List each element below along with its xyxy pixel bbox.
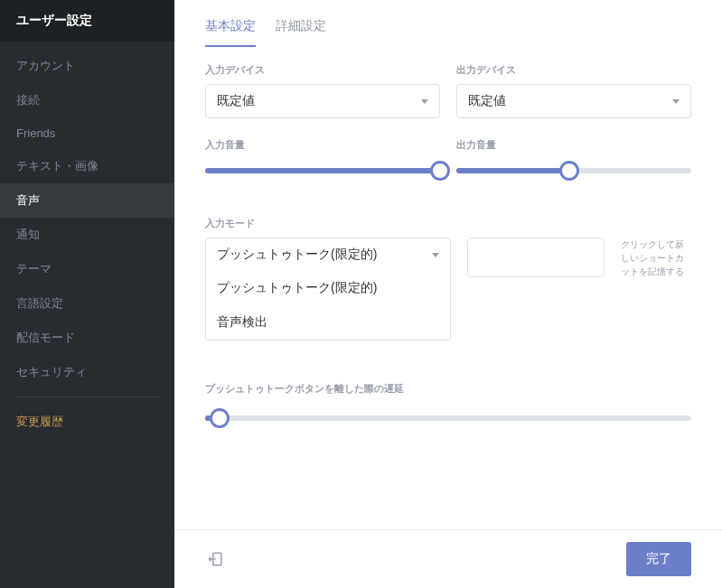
output-volume-field: 出力音量 [456,138,691,181]
settings-sidebar: ユーザー設定 アカウント 接続 Friends テキスト・画像 音声 通知 テー… [0,0,174,588]
sidebar-item-streamer-mode[interactable]: 配信モード [0,321,174,355]
sidebar-item-account[interactable]: アカウント [0,49,174,83]
input-mode-label: 入力モード [205,217,691,230]
output-device-label: 出力デバイス [456,63,691,77]
slider-track [205,415,691,421]
input-volume-slider[interactable] [205,161,440,181]
settings-main: 基本設定 詳細設定 入力デバイス 既定値 出力デバイス 既定値 [174,0,722,588]
sidebar-item-text-images[interactable]: テキスト・画像 [0,149,174,183]
settings-footer: 完了 [174,529,722,588]
device-row: 入力デバイス 既定値 出力デバイス 既定値 [205,63,691,118]
sidebar-item-language[interactable]: 言語設定 [0,286,174,321]
input-volume-field: 入力音量 [205,138,440,181]
ptt-shortcut-hint: クリックして新しいショートカットを記憶する [621,238,691,278]
input-mode-option-voice-activity[interactable]: 音声検出 [206,305,450,340]
input-mode-value: プッシュトゥトーク(限定的) [217,247,432,263]
sidebar-item-voice[interactable]: 音声 [0,183,174,218]
back-button[interactable] [205,549,225,569]
input-device-value: 既定値 [217,93,421,109]
input-volume-label: 入力音量 [205,138,440,152]
slider-thumb[interactable] [210,408,230,428]
input-mode-option-ptt[interactable]: プッシュトゥトーク(限定的) [206,271,450,305]
sidebar-items: アカウント 接続 Friends テキスト・画像 音声 通知 テーマ 言語設定 … [0,42,174,588]
output-device-value: 既定値 [468,93,672,109]
input-mode-dropdown[interactable]: プッシュトゥトーク(限定的) プッシュトゥトーク(限定的) 音声検出 [205,238,451,272]
sidebar-item-friends[interactable]: Friends [0,117,174,149]
sidebar-item-security[interactable]: セキュリティ [0,355,174,389]
tab-advanced[interactable]: 詳細設定 [276,18,326,47]
ptt-shortcut-input[interactable] [467,238,605,277]
settings-window: ユーザー設定 アカウント 接続 Friends テキスト・画像 音声 通知 テー… [0,0,722,588]
tab-basic[interactable]: 基本設定 [205,18,256,47]
settings-tabs: 基本設定 詳細設定 [174,0,722,47]
output-volume-slider[interactable] [456,161,691,181]
release-delay-section: プッシュトゥトークボタンを離した際の遅延 [205,382,691,428]
input-mode-section: 入力モード プッシュトゥトーク(限定的) プッシュトゥトーク(限定的) 音声検出 [205,217,691,278]
chevron-down-icon [421,99,428,104]
chevron-down-icon [432,253,439,257]
done-button[interactable]: 完了 [626,542,691,576]
release-delay-label: プッシュトゥトークボタンを離した際の遅延 [205,382,691,396]
output-device-dropdown[interactable]: 既定値 [456,84,691,118]
release-delay-slider[interactable] [205,408,691,428]
chevron-down-icon [672,99,680,104]
input-mode-field: プッシュトゥトーク(限定的) プッシュトゥトーク(限定的) 音声検出 [205,238,451,272]
slider-thumb[interactable] [430,161,450,181]
slider-fill [456,168,569,173]
input-mode-dropdown-menu: プッシュトゥトーク(限定的) 音声検出 [205,271,451,341]
slider-fill [205,168,440,173]
sidebar-divider [16,397,158,397]
settings-content: 入力デバイス 既定値 出力デバイス 既定値 入力音量 [174,47,722,529]
output-device-field: 出力デバイス 既定値 [456,63,691,118]
volume-row: 入力音量 出力音量 [205,138,691,181]
sidebar-item-changelog[interactable]: 変更履歴 [0,405,174,439]
slider-thumb[interactable] [559,161,579,181]
output-volume-label: 出力音量 [456,138,691,152]
input-device-dropdown[interactable]: 既定値 [205,84,440,118]
sidebar-item-theme[interactable]: テーマ [0,252,174,286]
input-mode-row: プッシュトゥトーク(限定的) プッシュトゥトーク(限定的) 音声検出 クリックし… [205,238,691,278]
input-device-field: 入力デバイス 既定値 [205,63,440,118]
sidebar-item-connections[interactable]: 接続 [0,83,174,117]
sidebar-header: ユーザー設定 [0,0,174,42]
input-device-label: 入力デバイス [205,63,440,77]
sidebar-item-notifications[interactable]: 通知 [0,218,174,252]
exit-icon [207,551,223,567]
